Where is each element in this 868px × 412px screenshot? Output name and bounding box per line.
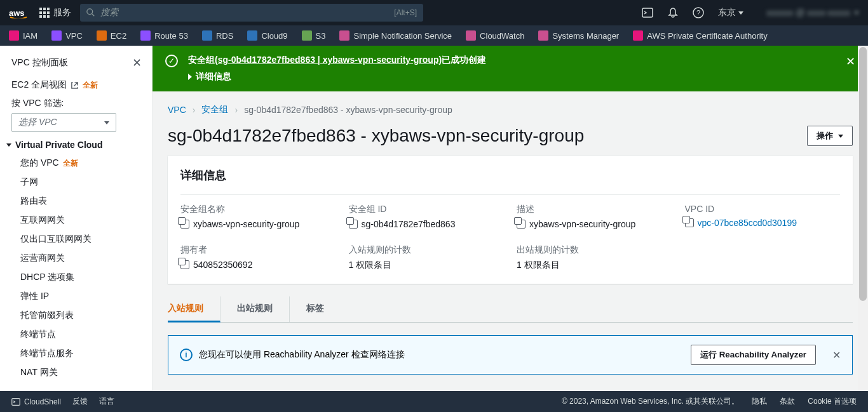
details-panel: 详细信息 安全组名称 xybaws-vpn-security-group 安全组… — [168, 156, 853, 284]
chevron-right-icon: › — [193, 105, 196, 115]
language-link[interactable]: 语言 — [99, 396, 114, 407]
breadcrumb-security-groups[interactable]: 安全组 — [201, 104, 228, 116]
sidebar-item[interactable]: 子网 — [11, 173, 152, 192]
service-shortcut[interactable]: Simple Notification Service — [339, 30, 452, 41]
vpc-filter-select[interactable]: 选择 VPC — [11, 113, 116, 132]
service-icon — [302, 30, 312, 41]
external-link-icon — [71, 81, 79, 90]
sidebar-item[interactable]: 运营商网关 — [11, 249, 152, 268]
new-badge: 全新 — [83, 80, 98, 91]
breadcrumb: VPC › 安全组 › sg-0b4d1782e7fbed863 - xybaw… — [153, 91, 868, 122]
footer: CloudShell 反馈 语言 © 2023, Amazon Web Serv… — [0, 391, 868, 412]
bell-icon[interactable] — [667, 7, 679, 18]
info-icon: i — [180, 349, 193, 361]
scrollbar[interactable] — [858, 46, 868, 391]
terms-link[interactable]: 条款 — [780, 396, 795, 407]
service-shortcut[interactable]: EC2 — [97, 30, 126, 41]
sidebar-item[interactable]: DHCP 选项集 — [11, 268, 152, 287]
svg-rect-3 — [642, 8, 653, 17]
service-icon — [247, 30, 257, 41]
banner-link[interactable]: (sg-0b4d1782e7fbed863 | xybaws-vpn-secur… — [215, 55, 442, 65]
chevron-down-icon — [854, 11, 859, 15]
tab-outbound-rules[interactable]: 出站规则 — [237, 296, 290, 322]
vpc-link[interactable]: vpc-07bce85ccd0d30199 — [698, 218, 797, 228]
service-shortcut[interactable]: VPC — [51, 30, 83, 41]
filter-label: 按 VPC 筛选: — [11, 98, 152, 109]
service-icon — [51, 30, 62, 41]
sidebar-item[interactable]: 仅出口互联网网关 — [11, 230, 152, 249]
cloudshell-icon[interactable] — [642, 7, 653, 18]
sidebar-item[interactable]: 终端节点 — [11, 325, 152, 344]
service-shortcut[interactable]: IAM — [9, 30, 37, 41]
new-badge: 全新 — [63, 158, 78, 169]
banner-details-toggle[interactable]: 详细信息 — [188, 71, 855, 83]
chevron-down-icon — [104, 121, 109, 124]
cookie-link[interactable]: Cookie 首选项 — [808, 396, 857, 407]
search-placeholder: 搜索 — [100, 7, 118, 18]
field-owner: 拥有者 540852350692 — [180, 244, 336, 271]
success-banner: ✓ 安全组(sg-0b4d1782e7fbed863 | xybaws-vpn-… — [153, 46, 868, 91]
close-icon[interactable]: ✕ — [832, 349, 841, 361]
details-heading: 详细信息 — [168, 156, 853, 194]
sidebar-item[interactable]: 弹性 IP — [11, 287, 152, 306]
service-shortcut[interactable]: S3 — [302, 30, 326, 41]
services-label: 服务 — [53, 7, 71, 18]
service-shortcut[interactable]: Systems Manager — [538, 30, 619, 41]
tab-inbound-rules[interactable]: 入站规则 — [168, 296, 220, 322]
caret-right-icon — [188, 74, 192, 80]
service-icon — [466, 30, 476, 41]
copy-icon[interactable] — [517, 220, 526, 229]
feedback-link[interactable]: 反馈 — [72, 396, 88, 407]
service-icon — [97, 30, 107, 41]
service-shortcut[interactable]: AWS Private Certificate Authority — [633, 30, 768, 41]
sidebar-item[interactable]: 终端节点服务 — [11, 344, 152, 363]
cloudshell-button[interactable]: CloudShell — [11, 397, 61, 406]
svg-text:?: ? — [696, 9, 700, 17]
service-icon — [9, 30, 19, 41]
close-icon[interactable]: ✕ — [846, 55, 855, 69]
region-selector[interactable]: 东京 — [718, 7, 743, 18]
ec2-global-view[interactable]: EC2 全局视图 全新 — [11, 76, 152, 94]
svg-line-2 — [92, 14, 95, 17]
sidebar-item[interactable]: 您的 VPC全新 — [11, 154, 152, 173]
tab-tags[interactable]: 标签 — [306, 296, 341, 322]
service-shortcut[interactable]: CloudWatch — [466, 30, 524, 41]
svg-text:aws: aws — [9, 8, 25, 18]
breadcrumb-current: sg-0b4d1782e7fbed863 - xybaws-vpn-securi… — [244, 105, 452, 115]
copy-icon[interactable] — [180, 260, 189, 269]
sidebar-item[interactable]: 托管前缀列表 — [11, 306, 152, 325]
tabs: 入站规则 出站规则 标签 — [168, 296, 853, 322]
banner-message: 安全组(sg-0b4d1782e7fbed863 | xybaws-vpn-se… — [188, 55, 855, 66]
field-inbound-count: 入站规则的计数 1 权限条目 — [349, 244, 505, 271]
copy-icon[interactable] — [180, 220, 189, 229]
aws-logo[interactable]: aws — [9, 7, 28, 18]
search-hint: [Alt+S] — [394, 8, 417, 17]
help-icon[interactable]: ? — [693, 7, 704, 18]
sidebar-item[interactable]: 路由表 — [11, 192, 152, 211]
actions-button[interactable]: 操作 — [807, 126, 853, 146]
sidebar-item[interactable]: 互联网网关 — [11, 211, 152, 230]
user-menu[interactable]: xxxxxx @ xxxx-xxxxx — [766, 8, 859, 18]
close-icon[interactable]: ✕ — [132, 56, 142, 70]
copyright: © 2023, Amazon Web Services, Inc. 或其关联公司… — [562, 396, 739, 407]
copy-icon[interactable] — [349, 220, 358, 229]
main-content: ✓ 安全组(sg-0b4d1782e7fbed863 | xybaws-vpn-… — [153, 46, 868, 391]
scrollbar-thumb[interactable] — [859, 47, 867, 301]
sidebar-section-vpc[interactable]: Virtual Private Cloud — [6, 140, 152, 150]
search-input[interactable]: 搜索 [Alt+S] — [80, 4, 423, 22]
reachability-info: i 您现在可以使用 Reachability Analyzer 检查网络连接 运… — [168, 335, 853, 375]
field-description: 描述 xybaws-vpn-security-group — [517, 204, 672, 229]
service-icon — [339, 30, 349, 41]
service-shortcut[interactable]: Cloud9 — [247, 30, 287, 41]
service-shortcut[interactable]: Route 53 — [140, 30, 188, 41]
copy-icon[interactable] — [685, 218, 694, 227]
service-icon — [633, 30, 643, 41]
service-shortcut[interactable]: RDS — [202, 30, 233, 41]
privacy-link[interactable]: 隐私 — [752, 396, 767, 407]
run-reachability-button[interactable]: 运行 Reachability Analyzer — [691, 345, 816, 365]
service-icon — [140, 30, 151, 41]
breadcrumb-vpc[interactable]: VPC — [168, 105, 186, 115]
sidebar-title[interactable]: VPC 控制面板 — [11, 57, 68, 69]
sidebar-item[interactable]: NAT 网关 — [11, 363, 152, 382]
services-menu[interactable]: 服务 — [39, 7, 71, 18]
